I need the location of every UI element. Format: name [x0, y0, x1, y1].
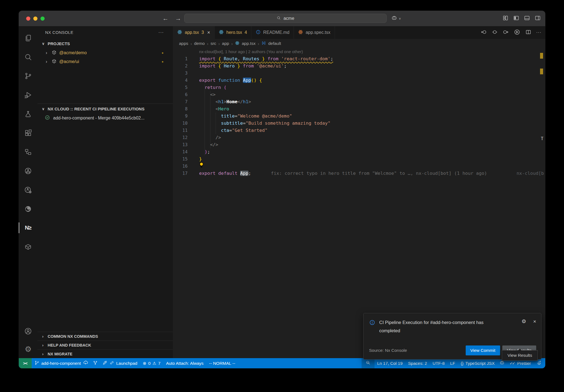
run-debug-icon[interactable]: [19, 85, 37, 104]
toggle-sidebar-icon[interactable]: [513, 15, 519, 22]
nx-migrate-section[interactable]: › NX MIGRATE: [37, 349, 173, 358]
line-number: 11: [173, 127, 188, 134]
code-line[interactable]: 10 subtitle="Build something amazing tod…: [173, 120, 545, 127]
tab-app-spec-tsx[interactable]: app.spec.tsx: [294, 26, 335, 39]
explorer-icon[interactable]: [19, 28, 37, 47]
nx-cloud-section-header[interactable]: ∨ NX CLOUD :: RECENT CI PIPELINE EXECUTI…: [37, 104, 173, 114]
project-item-acme-ui[interactable]: › @acme/ui ●: [37, 57, 173, 66]
testing-icon[interactable]: [19, 104, 37, 123]
split-editor-icon[interactable]: [525, 29, 532, 36]
remote-indicator[interactable]: ><: [19, 358, 32, 368]
close-icon[interactable]: ×: [533, 319, 536, 324]
indentation-status[interactable]: Spaces: 2: [405, 358, 430, 368]
nx-project-graph-icon[interactable]: [19, 142, 37, 161]
code-line[interactable]: 7 <h1>Home</h1>: [173, 98, 545, 105]
language-mode-status[interactable]: {} TypeScript JSX: [458, 358, 497, 368]
problems-status[interactable]: ⊗ 0 ⚠ 7: [140, 358, 163, 368]
toggle-secondary-sidebar-icon[interactable]: [535, 15, 541, 22]
nx-console-icon[interactable]: N≥: [19, 218, 37, 237]
code-line[interactable]: 13 </>: [173, 141, 545, 148]
breadcrumb-item[interactable]: apps: [179, 41, 188, 46]
zoom-status[interactable]: [362, 358, 375, 368]
code-line[interactable]: 1import { Route, Routes } from 'react-ro…: [173, 55, 545, 62]
copilot-menu[interactable]: ∨: [391, 11, 401, 26]
code-line[interactable]: 11 cta="Get Started": [173, 127, 545, 134]
history-nav: ← →: [162, 11, 181, 26]
minimize-window-button[interactable]: [33, 17, 37, 21]
package-icon: [51, 59, 57, 65]
search-view-icon[interactable]: [19, 47, 37, 66]
search-value: acme: [283, 16, 294, 21]
activity-bar: N≥ ⚙: [19, 26, 37, 358]
code-editor[interactable]: nx-cloud[bot], 1 hour ago | 2 authors (Y…: [173, 48, 545, 358]
code-line[interactable]: 16: [173, 163, 545, 170]
breadcrumb-item[interactable]: src: [210, 41, 216, 46]
title-bar: ← → acme ∨: [19, 11, 545, 26]
code-line[interactable]: 2import { Hero } from '@acme/ui';: [173, 62, 545, 70]
breadcrumb-item[interactable]: app: [222, 41, 229, 46]
project-item-acme-demo[interactable]: › @acme/demo ●: [37, 48, 173, 57]
launchpad-status[interactable]: Launchpad: [100, 358, 140, 368]
projects-section-header[interactable]: ∨ PROJECTS: [37, 39, 173, 48]
code-line[interactable]: 5 return (: [173, 84, 545, 91]
extensions-icon[interactable]: [19, 123, 37, 142]
toggle-panel-icon[interactable]: [524, 15, 530, 22]
modified-dot-icon: ●: [162, 60, 164, 64]
line-number: 9: [173, 113, 188, 120]
pipeline-execution-item[interactable]: add-hero-component - Merge 409b44e5cb02.…: [37, 114, 173, 122]
code-line[interactable]: 17export default App;fix: correct typo i…: [173, 170, 545, 177]
code-line[interactable]: 3: [173, 70, 545, 77]
run-history-icon[interactable]: [19, 161, 37, 180]
edge-browser-icon[interactable]: [19, 199, 37, 218]
lightbulb-icon[interactable]: [199, 162, 204, 170]
cursor-position-status[interactable]: Ln 17, Col 19: [375, 358, 405, 368]
tab-readme-md[interactable]: README.md: [251, 26, 294, 39]
code-lines: 1import { Route, Routes } from 'react-ro…: [173, 55, 545, 177]
line-number: 1: [173, 55, 188, 62]
previous-change-icon[interactable]: [481, 29, 487, 36]
breadcrumb-separator-icon: ›: [258, 41, 259, 46]
common-nx-commands-section[interactable]: › COMMON NX COMMANDS: [37, 332, 173, 341]
view-commit-button[interactable]: View Commit: [466, 345, 500, 355]
run-settings-icon[interactable]: [19, 180, 37, 199]
tab-hero-tsx[interactable]: hero.tsx 4: [215, 26, 251, 39]
account-icon[interactable]: [19, 322, 37, 341]
breadcrumb-item[interactable]: default: [268, 41, 281, 46]
customize-layout-icon[interactable]: [502, 15, 509, 22]
code-line[interactable]: 6 <>: [173, 91, 545, 98]
change-icon[interactable]: [492, 29, 498, 36]
encoding-status[interactable]: UTF-8: [430, 358, 448, 368]
breadcrumb-item[interactable]: demo: [194, 41, 205, 46]
eol-status[interactable]: LF: [448, 358, 458, 368]
more-actions-icon[interactable]: ···: [536, 30, 541, 35]
settings-gear-icon[interactable]: ⚙: [19, 341, 37, 358]
source-control-icon[interactable]: [19, 66, 37, 85]
zoom-out-icon: [365, 360, 371, 366]
git-branch-status[interactable]: add-hero-component: [32, 358, 91, 368]
forward-arrow-icon[interactable]: →: [175, 15, 181, 22]
code-line[interactable]: 14 );: [173, 148, 545, 156]
command-center-search[interactable]: acme: [184, 14, 387, 23]
git-graph-status[interactable]: [91, 358, 100, 368]
notification-settings-icon[interactable]: ⚙: [522, 319, 526, 324]
code-line[interactable]: 12 />: [173, 134, 545, 141]
help-and-feedback-section[interactable]: › HELP AND FEEDBACK: [37, 341, 173, 349]
container-tools-icon[interactable]: [19, 237, 37, 256]
back-arrow-icon[interactable]: ←: [162, 15, 169, 22]
tab-app-tsx[interactable]: app.tsx 3 ×: [173, 26, 215, 39]
next-change-icon[interactable]: [503, 29, 509, 36]
react-icon: [177, 29, 182, 36]
auto-attach-status[interactable]: Auto Attach: Always: [163, 358, 206, 368]
code-line[interactable]: 9 title="Welcome @acme/demo": [173, 113, 545, 120]
more-actions-icon[interactable]: ···: [158, 30, 164, 35]
window-controls: [26, 17, 45, 21]
code-line[interactable]: 8 <Hero: [173, 105, 545, 113]
vim-mode-status[interactable]: -- NORMAL --: [206, 358, 238, 368]
close-icon[interactable]: ×: [207, 30, 210, 36]
close-window-button[interactable]: [26, 17, 30, 21]
breadcrumb-item[interactable]: app.tsx: [242, 41, 256, 46]
run-file-icon[interactable]: [514, 29, 520, 37]
code-line[interactable]: 4export function App() {: [173, 77, 545, 84]
zoom-window-button[interactable]: [40, 17, 45, 21]
code-line[interactable]: 15}: [173, 156, 545, 163]
